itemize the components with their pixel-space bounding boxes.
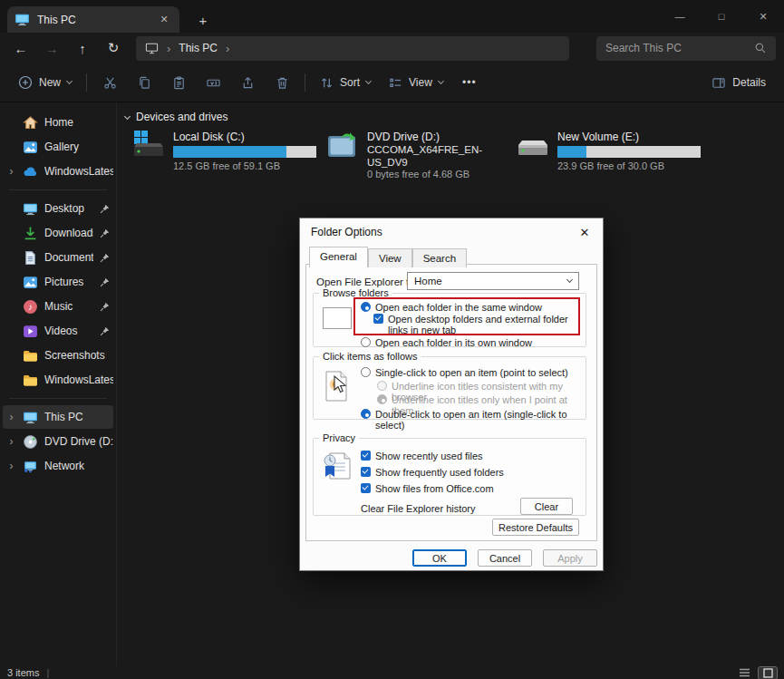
tab-title: This PC bbox=[37, 14, 149, 26]
chevron-right-icon[interactable]: › bbox=[6, 435, 16, 448]
radio-checked-icon[interactable] bbox=[361, 302, 371, 312]
cancel-button[interactable]: Cancel bbox=[478, 549, 532, 567]
pin-icon bbox=[100, 204, 110, 214]
refresh-button[interactable]: ↻ bbox=[98, 34, 129, 62]
new-tab-button[interactable]: + bbox=[192, 9, 214, 31]
close-button[interactable]: ✕ bbox=[742, 0, 784, 33]
details-view-toggle[interactable] bbox=[735, 667, 753, 679]
sidebar-item-music[interactable]: ♪ Music bbox=[3, 295, 113, 318]
radio-unchecked-icon[interactable] bbox=[361, 337, 371, 347]
sidebar-item-desktop[interactable]: Desktop bbox=[3, 197, 113, 220]
sidebar-item-this-pc[interactable]: › This PC bbox=[3, 405, 113, 429]
breadcrumb-separator[interactable]: › bbox=[226, 42, 229, 55]
radio-own-window[interactable]: Open each folder in its own window bbox=[361, 337, 532, 348]
view-button[interactable]: View bbox=[380, 68, 452, 97]
clear-button[interactable]: Clear bbox=[520, 498, 573, 515]
checkbox-office-files[interactable]: Show files from Office.com bbox=[361, 483, 494, 494]
sidebar-item-windowslatest[interactable]: WindowsLatest bbox=[3, 368, 113, 392]
minimize-button[interactable]: — bbox=[659, 0, 701, 33]
up-button[interactable]: ↑ bbox=[67, 34, 98, 62]
sidebar-item-dvd-drive[interactable]: › DVD Drive (D:) CCC bbox=[3, 430, 113, 453]
radio-checked-icon[interactable] bbox=[361, 409, 371, 419]
delete-button[interactable] bbox=[265, 68, 299, 97]
search-icon bbox=[754, 42, 767, 54]
dialog-close-button[interactable]: ✕ bbox=[574, 223, 595, 241]
devices-and-drives-section-header[interactable]: Devices and drives bbox=[118, 102, 784, 123]
checkbox-recent-files[interactable]: Show recently used files bbox=[361, 451, 483, 461]
chevron-right-icon[interactable]: › bbox=[6, 165, 16, 178]
checkbox-frequent-folders[interactable]: Show frequently used folders bbox=[361, 467, 504, 478]
breadcrumb[interactable]: This PC bbox=[179, 42, 218, 54]
checkbox-new-tab[interactable]: Open desktop folders and external folder… bbox=[373, 314, 580, 335]
browse-folders-icon bbox=[323, 307, 352, 329]
sidebar-item-pictures[interactable]: Pictures bbox=[3, 270, 113, 294]
sidebar-item-gallery[interactable]: Gallery bbox=[3, 135, 113, 159]
forward-button[interactable]: → bbox=[36, 34, 67, 62]
drive-name: Local Disk (C:) bbox=[173, 131, 318, 143]
drive-volume-label: CCCOMA_X64FRE_EN-US_DV9 bbox=[367, 143, 512, 169]
copy-button[interactable] bbox=[127, 68, 161, 97]
home-icon bbox=[23, 115, 38, 131]
tab-general[interactable]: General bbox=[309, 247, 368, 267]
large-icons-view-toggle[interactable] bbox=[759, 667, 777, 679]
radio-disabled-icon bbox=[377, 381, 387, 391]
restore-defaults-button[interactable]: Restore Defaults bbox=[492, 519, 579, 536]
chevron-collapse-icon[interactable] bbox=[124, 112, 131, 119]
drive-new-volume-e[interactable]: New Volume (E:) 23.9 GB free of 30.0 GB bbox=[517, 131, 702, 171]
tab-view[interactable]: View bbox=[368, 248, 412, 267]
gallery-icon bbox=[23, 140, 38, 155]
paste-button[interactable] bbox=[161, 68, 196, 97]
new-button[interactable]: New bbox=[9, 68, 81, 97]
cut-button[interactable] bbox=[92, 68, 127, 97]
chevron-right-icon[interactable]: › bbox=[6, 411, 16, 423]
maximize-button[interactable]: □ bbox=[701, 0, 742, 33]
apply-button-disabled: Apply bbox=[543, 549, 597, 567]
checkbox-checked-icon[interactable] bbox=[361, 483, 371, 493]
dialog-tab-strip: General View Search bbox=[309, 247, 467, 267]
sidebar-item-videos[interactable]: Videos bbox=[3, 319, 113, 343]
back-button[interactable]: ← bbox=[5, 34, 36, 62]
chevron-down-icon bbox=[66, 78, 73, 84]
more-options-button[interactable]: ••• bbox=[452, 68, 487, 97]
sidebar-item-screenshots[interactable]: Screenshots bbox=[3, 344, 113, 367]
ok-button[interactable]: OK bbox=[412, 549, 467, 567]
address-bar[interactable]: › This PC › bbox=[136, 36, 569, 61]
share-button[interactable] bbox=[230, 68, 265, 97]
chevron-right-icon[interactable]: › bbox=[6, 460, 16, 472]
checkbox-checked-icon[interactable] bbox=[361, 467, 371, 477]
drive-dvd-d[interactable]: DVD Drive (D:) CCCOMA_X64FRE_EN-US_DV9 0… bbox=[326, 131, 512, 179]
checkbox-checked-icon[interactable] bbox=[373, 314, 383, 324]
tab-search[interactable]: Search bbox=[412, 248, 467, 267]
chevron-down-icon bbox=[566, 276, 573, 283]
explorer-tab[interactable]: This PC ✕ bbox=[7, 6, 179, 33]
radio-double-click[interactable]: Double-click to open an item (single-cli… bbox=[361, 409, 586, 431]
rename-button[interactable] bbox=[196, 68, 230, 97]
folder-icon bbox=[23, 373, 38, 388]
items-count: 3 items bbox=[7, 667, 39, 678]
search-input[interactable] bbox=[605, 42, 754, 54]
toolbar-separator bbox=[86, 73, 87, 92]
sidebar-item-network[interactable]: › Network bbox=[3, 454, 113, 478]
sidebar-item-home[interactable]: Home bbox=[3, 111, 113, 134]
videos-icon bbox=[23, 324, 38, 339]
downloads-icon bbox=[23, 226, 38, 241]
sort-button[interactable]: Sort bbox=[311, 68, 380, 97]
search-box[interactable] bbox=[596, 36, 776, 61]
radio-unchecked-icon[interactable] bbox=[361, 367, 371, 377]
svg-text:♪: ♪ bbox=[28, 302, 33, 312]
drive-free-space: 12.5 GB free of 59.1 GB bbox=[173, 160, 318, 171]
dvd-disc-icon bbox=[23, 434, 38, 450]
radio-same-window[interactable]: Open each folder in the same window bbox=[361, 302, 542, 313]
radio-disabled-checked-icon bbox=[377, 394, 387, 404]
sidebar-item-onedrive[interactable]: › WindowsLatest - Pe bbox=[3, 160, 113, 183]
drive-local-disk-c[interactable]: Local Disk (C:) 12.5 GB free of 59.1 GB bbox=[132, 131, 318, 171]
folder-options-dialog: Folder Options ✕ General View Search Ope… bbox=[299, 218, 604, 571]
sidebar-item-documents[interactable]: Documents bbox=[3, 246, 113, 269]
drive-free-space: 0 bytes free of 4.68 GB bbox=[367, 169, 512, 179]
radio-single-click[interactable]: Single-click to open an item (point to s… bbox=[361, 367, 568, 378]
sidebar-item-downloads[interactable]: Downloads bbox=[3, 221, 113, 245]
details-pane-button[interactable]: Details bbox=[702, 68, 775, 97]
checkbox-checked-icon[interactable] bbox=[361, 451, 371, 461]
folder-icon bbox=[23, 348, 38, 364]
tab-close-icon[interactable]: ✕ bbox=[156, 12, 172, 28]
